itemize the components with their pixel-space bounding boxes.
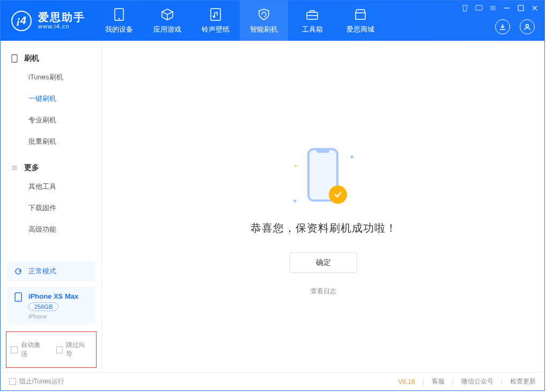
logo-icon: ¡4 bbox=[11, 11, 32, 31]
checkbox-auto-activate[interactable]: 自动激活 bbox=[11, 341, 47, 359]
options-row: 自动激活 跳过向导 bbox=[6, 331, 97, 368]
feedback-icon[interactable] bbox=[475, 4, 483, 12]
app-title: 爱思助手 bbox=[38, 11, 85, 23]
tab-apps[interactable]: 应用游戏 bbox=[143, 1, 191, 41]
checkbox-label: 自动激活 bbox=[21, 341, 47, 359]
app-subtitle: www.i4.cn bbox=[38, 23, 85, 29]
device-small-icon bbox=[10, 54, 19, 63]
checkbox-label: 阻止iTunes运行 bbox=[19, 377, 64, 386]
sidebar-section-more: 更多 bbox=[1, 160, 102, 176]
checkbox-icon bbox=[56, 346, 63, 353]
device-name: iPhone XS Max bbox=[28, 292, 78, 300]
list-icon bbox=[10, 164, 19, 172]
minimize-button[interactable] bbox=[503, 4, 511, 12]
view-log-link[interactable]: 查看日志 bbox=[311, 287, 336, 296]
sidebar-item-advanced[interactable]: 高级功能 bbox=[1, 219, 102, 240]
sparkle-icon: ✦ bbox=[349, 153, 355, 161]
tab-toolbox[interactable]: 工具箱 bbox=[288, 1, 336, 41]
svg-point-14 bbox=[526, 25, 529, 27]
logo: ¡4 爱思助手 www.i4.cn bbox=[1, 1, 95, 41]
device-storage: 256GB bbox=[28, 302, 58, 311]
sidebar-item-other-tools[interactable]: 其他工具 bbox=[1, 176, 102, 197]
ok-button[interactable]: 确定 bbox=[290, 253, 357, 273]
separator: | bbox=[423, 378, 424, 386]
svg-rect-11 bbox=[518, 5, 523, 11]
phone-small-icon bbox=[13, 292, 23, 302]
cube-icon bbox=[160, 8, 174, 21]
tab-ringtone[interactable]: 铃声壁纸 bbox=[191, 1, 240, 41]
sidebar-item-onekey-flash[interactable]: 一键刷机 bbox=[1, 88, 102, 109]
svg-point-1 bbox=[119, 18, 120, 19]
main-tabs: 我的设备 应用游戏 铃声壁纸 智能刷机 工具箱 爱思商城 bbox=[95, 1, 385, 41]
sidebar-item-pro-flash[interactable]: 专业刷机 bbox=[1, 109, 102, 131]
user-icon[interactable] bbox=[520, 19, 535, 34]
separator: | bbox=[452, 378, 454, 386]
footer: 阻止iTunes运行 V8.16 | 客服 | 微信公众号 | 检查更新 bbox=[1, 372, 544, 390]
sidebar-item-itunes-flash[interactable]: iTunes刷机 bbox=[1, 66, 102, 88]
store-icon bbox=[353, 8, 367, 21]
main-content: ✦ ✦ ✦ 恭喜您，保资料刷机成功啦！ 确定 查看日志 bbox=[102, 41, 544, 372]
success-message: 恭喜您，保资料刷机成功啦！ bbox=[250, 221, 397, 235]
checkbox-icon bbox=[9, 378, 16, 385]
tab-label: 爱思商城 bbox=[346, 25, 374, 34]
tab-store[interactable]: 爱思商城 bbox=[336, 1, 385, 41]
svg-point-20 bbox=[18, 300, 19, 301]
svg-rect-6 bbox=[476, 5, 482, 10]
tshirt-icon[interactable] bbox=[461, 4, 469, 12]
svg-rect-15 bbox=[12, 55, 17, 62]
toolbox-icon bbox=[305, 8, 319, 21]
menu-icon[interactable] bbox=[489, 4, 497, 12]
version-label: V8.16 bbox=[398, 378, 415, 386]
checkbox-icon bbox=[11, 346, 18, 353]
sparkle-icon: ✦ bbox=[293, 163, 298, 169]
footer-link-update[interactable]: 检查更新 bbox=[510, 377, 536, 386]
success-illustration: ✦ ✦ ✦ bbox=[291, 143, 356, 207]
checkbox-label: 跳过向导 bbox=[66, 341, 92, 359]
svg-rect-2 bbox=[211, 9, 220, 20]
footer-link-service[interactable]: 客服 bbox=[432, 377, 445, 386]
phone-icon bbox=[112, 8, 126, 21]
tab-label: 铃声壁纸 bbox=[202, 25, 230, 34]
svg-point-3 bbox=[213, 16, 215, 18]
tab-label: 智能刷机 bbox=[250, 25, 278, 34]
close-button[interactable] bbox=[530, 4, 539, 12]
maximize-button[interactable] bbox=[517, 4, 525, 12]
sidebar: 刷机 iTunes刷机 一键刷机 专业刷机 批量刷机 更多 其他工具 下载固件 … bbox=[1, 41, 102, 372]
download-icon[interactable] bbox=[495, 19, 510, 34]
section-label: 刷机 bbox=[24, 54, 39, 63]
checkbox-skip-guide[interactable]: 跳过向导 bbox=[56, 341, 92, 359]
tab-label: 应用游戏 bbox=[153, 25, 181, 34]
window-controls bbox=[461, 4, 539, 12]
tab-my-device[interactable]: 我的设备 bbox=[95, 1, 143, 41]
checkbox-block-itunes[interactable]: 阻止iTunes运行 bbox=[9, 377, 64, 386]
separator: | bbox=[501, 378, 503, 386]
section-label: 更多 bbox=[24, 163, 39, 173]
sidebar-section-flash: 刷机 bbox=[1, 50, 102, 66]
sidebar-item-download-firmware[interactable]: 下载固件 bbox=[1, 197, 102, 219]
device-mode-label: 正常模式 bbox=[28, 267, 56, 276]
check-badge-icon bbox=[329, 186, 347, 204]
app-header: ¡4 爱思助手 www.i4.cn 我的设备 应用游戏 铃声壁纸 智能刷机 bbox=[1, 1, 544, 41]
tab-label: 我的设备 bbox=[105, 25, 133, 34]
device-info-box[interactable]: iPhone XS Max 256GB iPhone bbox=[7, 287, 95, 325]
footer-link-wechat[interactable]: 微信公众号 bbox=[461, 377, 493, 386]
device-type: iPhone bbox=[28, 313, 78, 320]
sync-icon bbox=[13, 267, 23, 276]
music-file-icon bbox=[209, 8, 223, 21]
sparkle-icon: ✦ bbox=[292, 197, 298, 205]
tab-flash[interactable]: 智能刷机 bbox=[240, 1, 288, 41]
device-mode-box[interactable]: 正常模式 bbox=[7, 261, 95, 282]
sidebar-item-batch-flash[interactable]: 批量刷机 bbox=[1, 131, 102, 152]
tab-label: 工具箱 bbox=[302, 25, 323, 34]
shield-sync-icon bbox=[257, 8, 271, 21]
